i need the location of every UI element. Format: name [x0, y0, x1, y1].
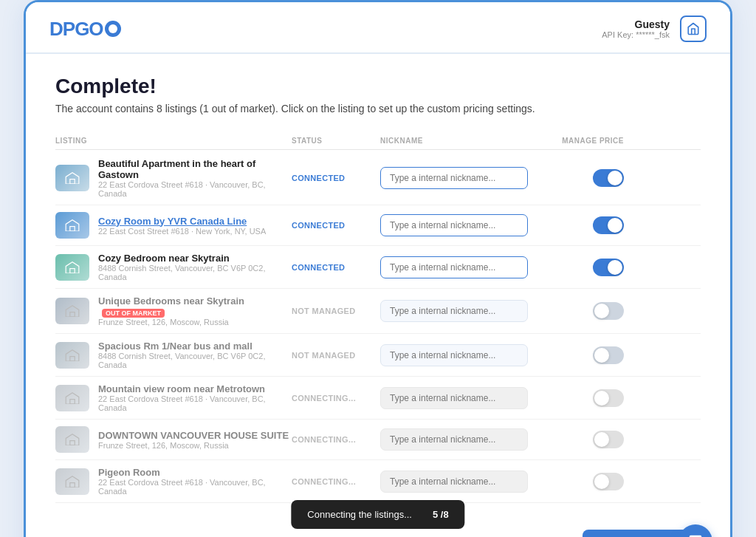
- header-right: Guesty API Key: ******_fsk: [602, 16, 707, 42]
- listing-cell: Pigeon Room 22 East Cordova Street #618 …: [55, 467, 292, 496]
- toggle-knob: [608, 218, 622, 233]
- manage-price-toggle[interactable]: [593, 216, 624, 234]
- listing-image: [55, 426, 89, 453]
- nickname-input[interactable]: [380, 214, 528, 236]
- toggle-knob: [594, 304, 609, 318]
- logo-circle-icon: [105, 21, 121, 37]
- listing-cell: Cozy Bedroom near Skytrain 8488 Cornish …: [55, 253, 292, 281]
- nickname-input[interactable]: [380, 167, 528, 189]
- page-title: Complete!: [55, 75, 701, 98]
- listing-address: 22 East Cordova Street #618 · Vancouver,…: [98, 394, 292, 412]
- listing-name: Cozy Bedroom near Skytrain: [98, 253, 292, 264]
- table-row[interactable]: Pigeon Room 22 East Cordova Street #618 …: [55, 460, 701, 503]
- toggle-cell: [543, 389, 624, 407]
- nickname-cell[interactable]: [380, 256, 543, 278]
- nickname-input[interactable]: [380, 344, 528, 366]
- toggle-knob: [594, 348, 609, 363]
- listing-image: [55, 385, 89, 411]
- listing-cell: Mountain view room near Metrotown 22 Eas…: [55, 383, 292, 412]
- home-icon[interactable]: [680, 16, 707, 42]
- listing-cell: DOWNTOWN VANCOUVER HOUSE SUITE Frunze St…: [55, 426, 292, 453]
- col-nickname: NICKNAME: [380, 137, 543, 145]
- svg-rect-1: [70, 227, 75, 231]
- nickname-cell[interactable]: [380, 300, 543, 322]
- toggle-cell: [543, 302, 624, 320]
- nickname-input: [380, 471, 528, 493]
- table-row[interactable]: Beautiful Apartment in the heart of Gast…: [55, 151, 701, 205]
- table-row[interactable]: Spacious Rm 1/Near bus and mall 8488 Cor…: [55, 334, 701, 377]
- listing-cell: Beautiful Apartment in the heart of Gast…: [55, 158, 292, 198]
- toggle-cell: [543, 431, 624, 448]
- out-of-market-badge: OUT OF MARKET: [102, 309, 165, 318]
- listing-address: Frunze Street, 126, Moscow, Russia: [98, 441, 289, 450]
- listing-image: [55, 254, 89, 281]
- listing-address: 22 East Cost Street #618 · New York, NY,…: [98, 227, 266, 236]
- listing-info: Cozy Room by YVR Canada Line 22 East Cos…: [98, 216, 266, 236]
- manage-price-toggle[interactable]: [593, 346, 624, 364]
- svg-rect-5: [70, 399, 75, 403]
- nickname-cell[interactable]: [380, 167, 543, 189]
- status-cell: CONNECTED: [292, 263, 380, 272]
- listing-name: DOWNTOWN VANCOUVER HOUSE SUITE: [98, 430, 289, 441]
- table-row[interactable]: Mountain view room near Metrotown 22 Eas…: [55, 377, 701, 420]
- nickname-cell[interactable]: [380, 344, 543, 366]
- nickname-input[interactable]: [380, 256, 528, 278]
- manage-price-toggle[interactable]: [593, 259, 624, 276]
- col-manage-price: MANAGE PRICE: [543, 137, 624, 145]
- logo: DPGO: [49, 18, 121, 41]
- listing-info: Beautiful Apartment in the heart of Gast…: [98, 158, 292, 198]
- listing-name: Pigeon Room: [98, 467, 292, 478]
- page-subtitle: The account contains 8 listings (1 out o…: [55, 103, 701, 114]
- main-card: DPGO Guesty API Key: ******_fsk Complete…: [24, 0, 732, 537]
- logo-dp: DP: [49, 18, 75, 40]
- listing-name[interactable]: Cozy Room by YVR Canada Line: [98, 216, 266, 227]
- toggle-knob: [608, 260, 622, 275]
- status-cell: NOT MANAGED: [292, 307, 380, 315]
- listing-name: Beautiful Apartment in the heart of Gast…: [98, 158, 292, 180]
- nickname-cell[interactable]: [380, 214, 543, 236]
- listing-name: Unique Bedrooms near SkytrainOUT OF MARK…: [98, 295, 292, 318]
- listing-cell: Unique Bedrooms near SkytrainOUT OF MARK…: [55, 295, 292, 326]
- status-cell: CONNECTED: [292, 174, 380, 182]
- listing-image: [55, 212, 89, 239]
- listing-address: 22 East Cordova Street #618 · Vancouver,…: [98, 478, 292, 496]
- listing-image: [55, 342, 89, 369]
- col-listing: LISTING: [55, 137, 292, 145]
- api-key-label: API Key: ******_fsk: [602, 30, 670, 39]
- listing-info: Cozy Bedroom near Skytrain 8488 Cornish …: [98, 253, 292, 281]
- nickname-input: [380, 428, 528, 451]
- listing-info: Unique Bedrooms near SkytrainOUT OF MARK…: [98, 295, 292, 326]
- user-name: Guesty: [602, 18, 670, 30]
- table-row[interactable]: Unique Bedrooms near SkytrainOUT OF MARK…: [55, 289, 701, 334]
- manage-price-toggle: [593, 431, 624, 448]
- table-row[interactable]: DOWNTOWN VANCOUVER HOUSE SUITE Frunze St…: [55, 420, 701, 460]
- listing-cell: Spacious Rm 1/Near bus and mall 8488 Cor…: [55, 341, 292, 369]
- listing-info: Pigeon Room 22 East Cordova Street #618 …: [98, 467, 292, 496]
- table-row[interactable]: Cozy Bedroom near Skytrain 8488 Cornish …: [55, 246, 701, 289]
- table-header: LISTING STATUS NICKNAME MANAGE PRICE: [55, 132, 701, 150]
- listing-info: Spacious Rm 1/Near bus and mall 8488 Cor…: [98, 341, 292, 369]
- listing-info: Mountain view room near Metrotown 22 Eas…: [98, 383, 292, 412]
- table-row[interactable]: Cozy Room by YVR Canada Line 22 East Cos…: [55, 205, 701, 246]
- listings-table: Beautiful Apartment in the heart of Gast…: [55, 151, 701, 503]
- listing-info: DOWNTOWN VANCOUVER HOUSE SUITE Frunze St…: [98, 430, 289, 450]
- listing-address: Frunze Street, 126, Moscow, Russia: [98, 318, 292, 326]
- listing-address: 8488 Cornish Street, Vancouver, BC V6P 0…: [98, 264, 292, 281]
- svg-rect-0: [70, 179, 75, 184]
- nickname-input[interactable]: [380, 300, 528, 322]
- toggle-cell: [543, 259, 624, 276]
- listing-name: Spacious Rm 1/Near bus and mall: [98, 341, 292, 352]
- manage-price-toggle[interactable]: [593, 302, 624, 320]
- toast-count: 5 /8: [433, 509, 449, 520]
- listing-name: Mountain view room near Metrotown: [98, 383, 292, 394]
- listing-image: [55, 298, 89, 324]
- toast-label: Connecting the listings...: [307, 509, 412, 520]
- header: DPGO Guesty API Key: ******_fsk: [26, 2, 730, 54]
- status-cell: CONNECTED: [292, 221, 380, 230]
- toggle-cell: [543, 346, 624, 364]
- toggle-knob: [594, 432, 609, 447]
- manage-price-toggle[interactable]: [593, 169, 624, 187]
- svg-rect-6: [70, 441, 75, 445]
- logo-go: GO: [75, 18, 103, 40]
- listing-image: [55, 468, 89, 495]
